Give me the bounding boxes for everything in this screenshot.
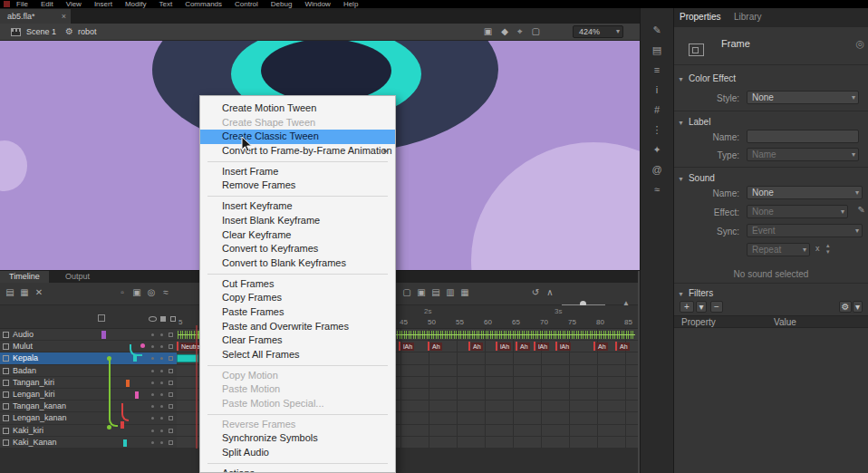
repeat-stepper[interactable]: ▴▾ [826,242,830,255]
insert-keyframe-icon[interactable]: ▢ [400,287,413,297]
layer-row-kepala[interactable]: Kepala [0,352,177,364]
context-menu-item[interactable]: Create Motion Tween [200,101,395,116]
menu-modify[interactable]: Modify [125,0,147,8]
menu-text[interactable]: Text [159,0,172,8]
outline-color-square[interactable] [169,344,173,349]
outline-color-icon[interactable]: ▫ [116,287,129,297]
brush-panel-icon[interactable]: ✦ [650,144,664,156]
outline-color-square[interactable] [169,381,173,385]
close-tab-icon[interactable]: × [62,9,66,24]
context-menu-item[interactable]: Paste Frames [200,305,395,320]
lock-dot[interactable] [160,333,163,336]
lock-dot[interactable] [160,345,163,348]
outline-color-square[interactable] [169,416,173,420]
tab-output[interactable]: Output [56,271,99,283]
tab-properties[interactable]: Properties [680,12,721,22]
transform-panel-icon[interactable]: # [650,104,664,116]
fill-color-icon[interactable]: ◆ [501,25,508,38]
visibility-dot[interactable] [151,417,154,420]
lock-dot[interactable] [160,417,163,420]
visibility-dot[interactable] [151,441,154,444]
context-menu-item[interactable]: Paste and Overwrite Frames [200,320,395,334]
remove-filter-button[interactable]: − [710,301,723,313]
sound-sync-dropdown[interactable]: Event▾ [747,224,863,237]
section-filters[interactable]: ▼Filters [678,288,713,298]
center-frame-icon[interactable]: ▦ [458,287,471,297]
lock-dot[interactable] [160,370,163,372]
context-menu-item[interactable]: Copy Frames [200,291,395,305]
history-panel-icon[interactable]: @ [650,164,664,176]
context-menu-item[interactable]: Convert to Frame-by-Frame Animation▸ [200,144,395,159]
visibility-dot[interactable] [151,370,154,372]
context-menu-item[interactable]: Reverse Frames [200,418,395,432]
menu-insert[interactable]: Insert [94,0,112,8]
context-menu-item[interactable]: Split Audio [200,446,395,460]
menu-view[interactable]: View [66,0,82,8]
lock-dot[interactable] [160,441,163,444]
context-menu-item[interactable]: Create Classic Tween [200,130,395,144]
layer-row-audio[interactable]: Audio [0,329,177,341]
context-menu-item[interactable]: Insert Blank Keyframe [200,214,395,228]
onion-skin-icon[interactable]: ◎ [145,287,158,297]
visibility-dot[interactable] [151,345,154,348]
align-panel-icon[interactable]: ≡ [650,64,664,76]
tab-library[interactable]: Library [734,12,762,22]
new-folder-icon[interactable]: ▦ [18,287,31,297]
lock-all-icon[interactable] [160,316,166,322]
outline-color-square[interactable] [169,440,173,445]
sound-name-dropdown[interactable]: None▾ [747,186,863,199]
sound-repeat-dropdown[interactable]: Repeat▾ [747,243,810,256]
layer-row-lengan_kiri[interactable]: Lengan_kiri [0,389,177,401]
visibility-dot[interactable] [151,430,154,432]
context-menu-item[interactable]: Insert Frame [200,165,395,179]
timeline-scrollbar[interactable] [638,271,640,473]
context-menu-item[interactable]: Paste Motion [200,382,395,397]
graph-view-icon[interactable]: ≈ [159,287,172,297]
menu-edit[interactable]: Edit [41,0,53,8]
edit-sound-envelope-icon[interactable]: ✎ [858,205,865,215]
filter-options-gear-icon[interactable]: ⚙ [839,301,852,313]
center-stage-icon[interactable]: ⌖ [517,25,523,38]
visibility-dot[interactable] [151,393,154,396]
context-menu-item[interactable]: Create Shape Tween [200,116,395,130]
document-tab[interactable]: ab5.fla* × [0,9,71,24]
info-panel-icon[interactable]: i [650,84,664,96]
context-menu-item[interactable]: Paste Motion Special... [200,397,395,411]
loop-playback-icon[interactable]: ↺ [529,287,542,297]
menu-commands[interactable]: Commands [185,0,222,8]
lock-dot[interactable] [160,381,163,384]
context-menu-item[interactable]: Copy Motion [200,369,395,383]
loop-range-icon[interactable]: ▥ [444,287,457,297]
context-menu-item[interactable]: Synchronize Symbols [200,431,395,446]
layer-row-tangan_kiri[interactable]: Tangan_kiri [0,377,177,389]
context-menu-item[interactable]: Actions [200,467,395,473]
outline-color-square[interactable] [169,356,173,361]
delete-layer-icon[interactable]: ✕ [33,287,45,297]
tab-timeline[interactable]: Timeline [0,271,49,283]
visibility-dot[interactable] [151,381,154,384]
layer-row-kaki_kiri[interactable]: Kaki_kiri [0,425,177,437]
lock-dot[interactable] [160,405,163,408]
sound-effect-dropdown[interactable]: None▾ [747,205,848,218]
outline-color-square[interactable] [169,333,173,337]
edit-multiple-frames-icon[interactable]: ▣ [130,287,143,297]
outline-color-square[interactable] [169,392,173,397]
context-menu-item[interactable]: Convert to Keyframes [200,242,395,256]
layer-row-mulut[interactable]: Mulut [0,341,177,352]
layer-row-lengan_kanan[interactable]: Lengan_kanan [0,412,177,424]
layer-row-tangan_kanan[interactable]: Tangan_kanan [0,401,177,412]
menu-control[interactable]: Control [235,0,258,8]
context-menu-item[interactable]: Remove Frames [200,179,395,193]
add-filter-button[interactable]: + [680,301,694,313]
new-layer-icon[interactable]: ▤ [4,287,16,297]
context-menu-item[interactable]: Select All Frames [200,348,395,362]
context-menu-item[interactable]: Clear Keyframe [200,228,395,243]
lock-dot[interactable] [160,357,163,360]
camera-icon[interactable]: ▣ [484,25,492,38]
filter-options-caret[interactable]: ▾ [853,301,863,313]
lock-dot[interactable] [160,393,163,396]
outline-all-icon[interactable] [170,316,176,322]
menu-window[interactable]: Window [304,0,330,8]
visibility-dot[interactable] [151,333,154,336]
insert-blank-keyframe-icon[interactable]: ▣ [415,287,428,297]
